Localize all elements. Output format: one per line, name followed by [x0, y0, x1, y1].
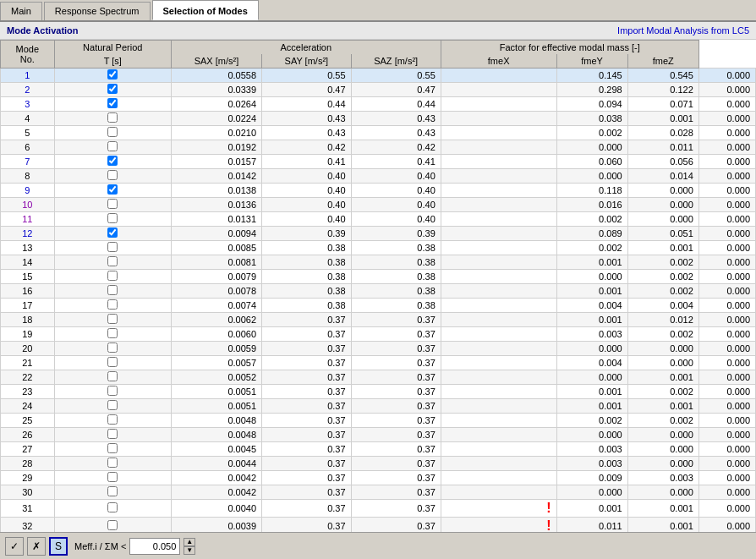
- cancel-button[interactable]: ✗: [27, 537, 46, 556]
- threshold-input[interactable]: [129, 538, 180, 555]
- mode-checkbox-cell[interactable]: [54, 442, 171, 457]
- mode-checkbox[interactable]: [107, 141, 118, 151]
- say-value: 0.37: [351, 356, 441, 370]
- sax-value: 0.43: [262, 112, 351, 126]
- mode-checkbox-cell[interactable]: [54, 184, 171, 198]
- mode-checkbox[interactable]: [107, 400, 118, 410]
- mode-checkbox[interactable]: [107, 429, 118, 439]
- mode-checkbox-cell[interactable]: [54, 270, 171, 284]
- mode-checkbox[interactable]: [107, 112, 118, 123]
- mode-checkbox-cell[interactable]: [54, 284, 171, 299]
- mode-checkbox[interactable]: [107, 486, 118, 496]
- mode-checkbox[interactable]: [107, 69, 118, 79]
- saz-value: [441, 198, 556, 212]
- tab-response-spectrum[interactable]: Response Spectrum: [44, 2, 151, 20]
- mode-checkbox-cell[interactable]: [54, 198, 171, 212]
- mode-checkbox[interactable]: [107, 184, 118, 195]
- mode-checkbox[interactable]: [107, 314, 118, 324]
- mode-checkbox-cell[interactable]: [54, 83, 171, 97]
- mode-checkbox-cell[interactable]: [54, 428, 171, 442]
- import-link[interactable]: Import Modal Analysis from LC5: [617, 25, 749, 36]
- say-value: 0.37: [351, 518, 441, 533]
- natural-period: 0.0136: [171, 198, 261, 212]
- mode-checkbox[interactable]: [107, 227, 118, 238]
- mode-checkbox-cell[interactable]: [54, 126, 171, 140]
- spinner-down[interactable]: ▼: [184, 546, 195, 555]
- table-row: 140.00810.380.380.0010.0020.000: [1, 255, 756, 270]
- mode-checkbox-cell[interactable]: [54, 255, 171, 270]
- mode-checkbox[interactable]: [107, 213, 118, 223]
- mode-checkbox[interactable]: [107, 199, 118, 209]
- mode-checkbox-cell[interactable]: [54, 399, 171, 414]
- mode-checkbox-cell[interactable]: [54, 471, 171, 485]
- mode-number: 5: [1, 126, 55, 140]
- mode-checkbox-cell[interactable]: [54, 169, 171, 184]
- mode-checkbox[interactable]: [107, 170, 118, 180]
- table-row: 180.00620.370.370.0010.0120.000: [1, 313, 756, 327]
- mode-checkbox[interactable]: [107, 242, 118, 252]
- spinner-up[interactable]: ▲: [184, 538, 195, 546]
- mode-checkbox-cell[interactable]: [54, 227, 171, 241]
- mode-checkbox-cell[interactable]: [54, 155, 171, 169]
- mode-checkbox[interactable]: [107, 386, 118, 396]
- mode-checkbox[interactable]: [107, 271, 118, 281]
- spinner[interactable]: ▲ ▼: [184, 538, 195, 555]
- mode-checkbox[interactable]: [107, 299, 118, 310]
- table-row: 320.00390.370.37!0.0110.0010.000: [1, 518, 756, 533]
- mode-checkbox[interactable]: [107, 285, 118, 295]
- fmex-value: 0.298: [556, 83, 627, 97]
- fmex-value: 0.000: [556, 485, 627, 500]
- mode-checkbox-cell[interactable]: [54, 112, 171, 126]
- mode-checkbox-cell[interactable]: [54, 140, 171, 155]
- sax-value: 0.38: [262, 241, 351, 255]
- tab-main[interactable]: Main: [0, 2, 42, 20]
- saz-value: [441, 284, 556, 299]
- mode-checkbox[interactable]: [107, 357, 118, 367]
- mode-checkbox-cell[interactable]: [54, 356, 171, 370]
- mode-number: 22: [1, 370, 55, 385]
- tab-selection-of-modes[interactable]: Selection of Modes: [152, 0, 259, 20]
- mode-checkbox[interactable]: [107, 156, 118, 166]
- say-value: 0.38: [351, 241, 441, 255]
- mode-checkbox-cell[interactable]: [54, 370, 171, 385]
- mode-checkbox[interactable]: [107, 371, 118, 381]
- mode-checkbox-cell[interactable]: [54, 485, 171, 500]
- mode-checkbox-cell[interactable]: [54, 212, 171, 227]
- fmex-value: 0.003: [556, 457, 627, 471]
- mode-checkbox-cell[interactable]: [54, 500, 171, 518]
- mode-checkbox-cell[interactable]: [54, 342, 171, 356]
- mode-checkbox[interactable]: [107, 414, 118, 425]
- mode-checkbox-cell[interactable]: [54, 327, 171, 342]
- mode-checkbox[interactable]: [107, 127, 118, 137]
- fmez-value: 0.000: [698, 385, 755, 399]
- mode-checkbox-cell[interactable]: [54, 518, 171, 533]
- mode-number: 6: [1, 140, 55, 155]
- mode-checkbox-cell[interactable]: [54, 241, 171, 255]
- say-value: 0.37: [351, 327, 441, 342]
- fmez-value: 0.000: [698, 342, 755, 356]
- filter-button[interactable]: S: [49, 537, 68, 556]
- mode-checkbox[interactable]: [107, 84, 118, 94]
- mode-checkbox[interactable]: [107, 458, 118, 468]
- mode-checkbox-cell[interactable]: [54, 414, 171, 428]
- fmez-value: 0.000: [698, 255, 755, 270]
- mode-checkbox[interactable]: [107, 520, 118, 530]
- mode-checkbox-cell[interactable]: [54, 457, 171, 471]
- mode-checkbox-cell[interactable]: [54, 299, 171, 313]
- mode-checkbox[interactable]: [107, 256, 118, 266]
- mode-checkbox-cell[interactable]: [54, 97, 171, 112]
- mode-checkbox[interactable]: [107, 328, 118, 338]
- mode-checkbox[interactable]: [107, 443, 118, 453]
- fmey-value: 0.002: [627, 414, 698, 428]
- confirm-button[interactable]: ✓: [5, 537, 24, 556]
- mode-checkbox-cell[interactable]: [54, 313, 171, 327]
- mode-checkbox[interactable]: [107, 343, 118, 353]
- mode-checkbox[interactable]: [107, 502, 118, 512]
- say-value: 0.39: [351, 227, 441, 241]
- natural-period: 0.0044: [171, 457, 261, 471]
- say-value: 0.41: [351, 155, 441, 169]
- mode-checkbox-cell[interactable]: [54, 385, 171, 399]
- mode-checkbox[interactable]: [107, 472, 118, 482]
- mode-checkbox[interactable]: [107, 98, 118, 108]
- mode-checkbox-cell[interactable]: [54, 69, 171, 83]
